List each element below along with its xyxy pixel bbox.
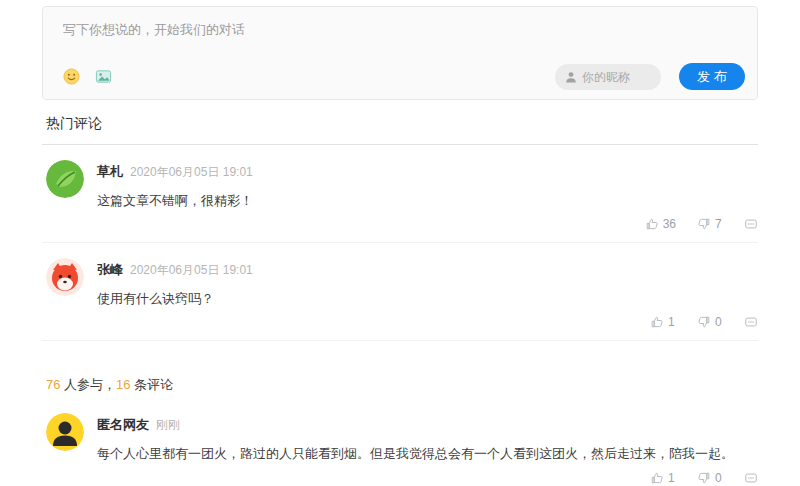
reply-button[interactable] [744,217,758,231]
image-icon[interactable] [95,68,112,85]
emoji-smiley-icon[interactable] [63,68,80,85]
comment-input[interactable] [63,21,739,61]
comment-bubble-icon [744,471,758,485]
publish-button[interactable]: 发布 [679,63,745,90]
comment-stats: 76 人参与，16 条评论 [46,376,758,394]
thumbs-down-icon [697,471,711,485]
comment-item: 匿名网友 刚刚 每个人心里都有一团火，路过的人只能看到烟。但是我觉得总会有一个人… [42,398,758,486]
participants-label: 人参与， [60,377,116,392]
comment-author: 张峰 [97,261,123,279]
comment-bubble-icon [744,217,758,231]
dislike-button[interactable]: 7 [697,217,723,231]
comments-count: 16 [116,377,130,392]
comment-body: 匿名网友 刚刚 每个人心里都有一团火，路过的人只能看到烟。但是我觉得总会有一个人… [97,413,758,486]
nickname-field [555,64,661,90]
like-count: 36 [663,217,676,231]
comment-timestamp: 2020年06月05日 19:01 [130,262,253,279]
comment-text: 这篇文章不错啊，很精彩！ [97,192,758,210]
nickname-input[interactable] [582,70,651,84]
like-button[interactable]: 1 [650,471,676,485]
avatar-green-leaf [46,160,84,198]
comment-author: 匿名网友 [97,416,149,434]
avatar-red-fox [46,258,84,296]
comment-item: 草札 2020年06月05日 19:01 这篇文章不错啊，很精彩！ 36 7 [42,145,758,243]
hot-comments-title: 热门评论 [42,115,758,145]
comment-text: 每个人心里都有一团火，路过的人只能看到烟。但是我觉得总会有一个人看到这团火，然后… [97,445,758,463]
like-button[interactable]: 1 [650,315,676,329]
thumbs-up-icon [650,471,664,485]
thumbs-up-icon [645,217,659,231]
like-button[interactable]: 36 [645,217,676,231]
dislike-button[interactable]: 0 [697,471,723,485]
comment-timestamp: 2020年06月05日 19:01 [130,164,253,181]
avatar-anonymous [46,413,84,451]
participants-count: 76 [46,377,60,392]
thumbs-down-icon [697,315,711,329]
reply-button[interactable] [744,471,758,485]
dislike-count: 7 [715,217,723,231]
comment-timestamp: 刚刚 [156,417,180,434]
comment-body: 张峰 2020年06月05日 19:01 使用有什么诀窍吗？ 1 0 [97,258,758,332]
reply-button[interactable] [744,315,758,329]
like-count: 1 [668,471,676,485]
editor-toolbar: 发布 [63,63,745,90]
comment-widget: 发布 热门评论 草札 2020年06月05日 19:01 这篇文章不错啊，很精彩… [42,0,758,486]
person-icon [565,71,577,83]
dislike-count: 0 [715,471,723,485]
thumbs-up-icon [650,315,664,329]
like-count: 1 [668,315,676,329]
comment-text: 使用有什么诀窍吗？ [97,290,758,308]
comment-body: 草札 2020年06月05日 19:01 这篇文章不错啊，很精彩！ 36 7 [97,160,758,234]
comments-count-label: 条评论 [131,377,174,392]
dislike-count: 0 [715,315,723,329]
comment-actions: 36 7 [97,214,758,234]
dislike-button[interactable]: 0 [697,315,723,329]
comment-actions: 1 0 [97,468,758,486]
comment-editor: 发布 [42,6,758,100]
comment-bubble-icon [744,315,758,329]
comment-actions: 1 0 [97,312,758,332]
comment-item: 张峰 2020年06月05日 19:01 使用有什么诀窍吗？ 1 0 [42,243,758,341]
comment-author: 草札 [97,163,123,181]
thumbs-down-icon [697,217,711,231]
